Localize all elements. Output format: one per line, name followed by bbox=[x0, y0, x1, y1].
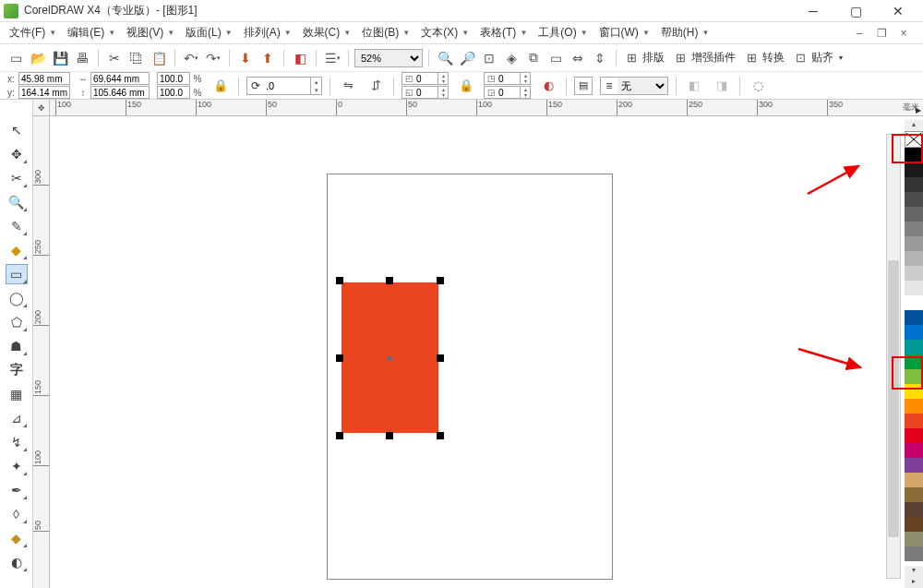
color-swatch[interactable] bbox=[905, 192, 923, 207]
color-swatch[interactable] bbox=[905, 399, 923, 414]
freehand-tool[interactable]: ✎ bbox=[6, 216, 28, 236]
zoom-in-button[interactable]: 🔍 bbox=[435, 48, 455, 68]
zoom-selection-button[interactable]: ◈ bbox=[501, 48, 521, 68]
new-button[interactable]: ▭ bbox=[6, 48, 26, 68]
spin-down[interactable]: ▾ bbox=[310, 86, 321, 94]
minimize-button[interactable]: ─ bbox=[792, 0, 834, 22]
export-button[interactable]: ⬆ bbox=[258, 48, 278, 68]
color-swatch[interactable] bbox=[905, 310, 923, 325]
convert-curves-button[interactable]: ◌ bbox=[748, 76, 768, 96]
interactive-fill-tool[interactable]: ◐ bbox=[6, 552, 28, 572]
menu-tools[interactable]: 工具(O)▼ bbox=[533, 25, 593, 41]
palette-flyout[interactable]: ▸ bbox=[905, 577, 923, 588]
mdi-minimize-button[interactable]: – bbox=[853, 27, 866, 40]
selection-handle-br[interactable] bbox=[437, 432, 444, 439]
color-swatch[interactable] bbox=[905, 487, 923, 502]
color-swatch[interactable] bbox=[905, 162, 923, 177]
menu-window[interactable]: 窗口(W)▼ bbox=[593, 25, 655, 41]
app-launcher-button[interactable]: ◧ bbox=[290, 48, 310, 68]
color-swatch[interactable] bbox=[905, 236, 923, 251]
zoom-out-button[interactable]: 🔎 bbox=[457, 48, 477, 68]
color-swatch[interactable] bbox=[905, 517, 923, 532]
smart-fill-tool[interactable]: ◆ bbox=[6, 240, 28, 260]
color-swatch[interactable] bbox=[905, 458, 923, 473]
menu-help[interactable]: 帮助(H)▼ bbox=[655, 25, 715, 41]
close-button[interactable]: ✕ bbox=[877, 0, 919, 22]
to-front-button[interactable]: ◧ bbox=[684, 76, 704, 96]
snap-convert-button[interactable]: ⊞转换 bbox=[742, 48, 789, 68]
table-tool[interactable]: ▦ bbox=[6, 384, 28, 404]
paste-button[interactable]: 📋 bbox=[149, 48, 169, 68]
color-swatch[interactable] bbox=[905, 281, 923, 295]
open-button[interactable]: 📂 bbox=[28, 48, 48, 68]
save-button[interactable]: 💾 bbox=[50, 48, 70, 68]
snap-layout-button[interactable]: ⊞排版 bbox=[622, 48, 669, 68]
vertical-ruler[interactable]: 300 250 200 150 100 50 bbox=[33, 116, 50, 588]
import-button[interactable]: ⬇ bbox=[235, 48, 256, 68]
zoom-level-select[interactable]: 52% bbox=[354, 49, 423, 67]
selection-center-icon[interactable]: × bbox=[387, 353, 392, 364]
scrollbar-thumb[interactable] bbox=[888, 260, 899, 537]
menu-file[interactable]: 文件(F)▼ bbox=[4, 25, 62, 41]
color-swatch[interactable] bbox=[905, 502, 923, 517]
canvas[interactable]: × bbox=[50, 116, 923, 588]
color-swatch[interactable] bbox=[905, 473, 923, 487]
cut-button[interactable]: ✂ bbox=[104, 48, 125, 68]
redo-button[interactable]: ↷▾ bbox=[203, 48, 223, 68]
corner-a-input[interactable] bbox=[415, 73, 438, 84]
pick-tool[interactable]: ↖ bbox=[6, 120, 28, 140]
horizontal-ruler[interactable]: 100 150 100 50 0 50 100 150 200 250 300 … bbox=[50, 100, 923, 116]
selection-handle-ml[interactable] bbox=[336, 354, 343, 362]
corner-c-input[interactable] bbox=[497, 73, 520, 84]
selection-handle-tr[interactable] bbox=[437, 277, 444, 284]
ruler-options-arrow-icon[interactable]: ▶ bbox=[916, 106, 921, 114]
color-swatch[interactable] bbox=[905, 177, 923, 192]
color-swatch[interactable] bbox=[905, 251, 923, 266]
x-position-input[interactable] bbox=[18, 72, 70, 85]
welcome-button[interactable]: ☰▾ bbox=[322, 48, 342, 68]
selection-handle-bm[interactable] bbox=[386, 432, 393, 439]
menu-edit[interactable]: 编辑(E)▼ bbox=[62, 25, 121, 41]
rotation-input[interactable] bbox=[264, 78, 310, 94]
zoom-all-button[interactable]: ⧉ bbox=[523, 48, 544, 68]
zoom-tool[interactable]: 🔍 bbox=[6, 192, 28, 212]
lock-ratio-button[interactable]: 🔒 bbox=[210, 76, 231, 96]
print-button[interactable]: 🖶 bbox=[72, 48, 92, 68]
mdi-close-button[interactable]: × bbox=[897, 27, 910, 40]
copy-button[interactable]: ⿻ bbox=[126, 48, 147, 68]
zoom-width-button[interactable]: ⇔ bbox=[568, 48, 588, 68]
corner-lock-button[interactable]: 🔒 bbox=[456, 76, 476, 96]
polygon-tool[interactable]: ⬠ bbox=[6, 312, 28, 332]
color-swatch[interactable] bbox=[905, 266, 923, 281]
zoom-page-button[interactable]: ▭ bbox=[545, 48, 566, 68]
scale-y-input[interactable] bbox=[157, 86, 190, 99]
color-swatch[interactable] bbox=[905, 532, 923, 546]
outline-width-select[interactable]: 无 bbox=[617, 78, 667, 94]
color-swatch[interactable] bbox=[905, 295, 923, 310]
text-tool[interactable]: 字 bbox=[6, 360, 28, 380]
color-swatch[interactable] bbox=[905, 443, 923, 458]
menu-arrange[interactable]: 排列(A)▼ bbox=[238, 25, 297, 41]
width-input[interactable] bbox=[90, 72, 150, 85]
menu-effects[interactable]: 效果(C)▼ bbox=[297, 25, 357, 41]
crop-tool[interactable]: ✂ bbox=[6, 168, 28, 188]
connector-tool[interactable]: ↯ bbox=[6, 432, 28, 452]
y-position-input[interactable] bbox=[18, 86, 70, 99]
to-back-button[interactable]: ◨ bbox=[712, 76, 732, 96]
palette-scroll-up[interactable]: ▴ bbox=[905, 120, 923, 131]
undo-button[interactable]: ↶▾ bbox=[181, 48, 201, 68]
ellipse-tool[interactable]: ◯ bbox=[6, 288, 28, 308]
selection-handle-mr[interactable] bbox=[437, 354, 444, 362]
shape-tool[interactable]: ✥ bbox=[6, 144, 28, 164]
fill-tool[interactable]: ◆ bbox=[6, 528, 28, 548]
outline-tool[interactable]: ◊ bbox=[6, 504, 28, 524]
spin-up[interactable]: ▴ bbox=[310, 78, 321, 86]
color-swatch[interactable] bbox=[905, 428, 923, 443]
mirror-v-button[interactable]: ⇵ bbox=[366, 76, 386, 96]
palette-scroll-down[interactable]: ▾ bbox=[905, 566, 923, 577]
corner-tool-button[interactable]: ◐ bbox=[538, 76, 558, 96]
zoom-height-button[interactable]: ⇕ bbox=[590, 48, 610, 68]
interactive-tool[interactable]: ✦ bbox=[6, 456, 28, 476]
maximize-button[interactable]: ▢ bbox=[834, 0, 877, 22]
menu-view[interactable]: 视图(V)▼ bbox=[121, 25, 180, 41]
